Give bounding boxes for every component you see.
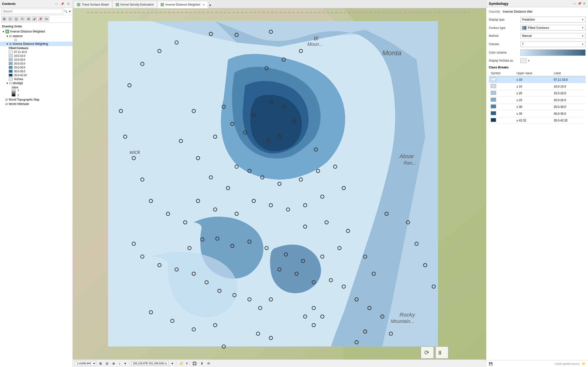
rotation-value: 0: [186, 362, 187, 365]
legend-swatch-2: [9, 58, 13, 61]
classes-dropdown[interactable]: 7 ▼: [520, 41, 586, 47]
svg-text:Ran...: Ran...: [404, 160, 416, 166]
contents-panel: Contents — 📌 ✕ 🔍 ▼ ⊞ ⬡ ◫ ✏ ⊟ 🖌 📌 ••• Dra…: [0, 0, 73, 367]
row-upper-3: ≤ 25: [514, 97, 552, 103]
search-dropdown-button[interactable]: ▼: [69, 10, 71, 13]
search-bar: 🔍 ▼: [0, 8, 73, 15]
topo-checkbox[interactable]: ☑: [5, 98, 8, 101]
class-row-6[interactable]: ≤ 42.32 35.0-42.32: [489, 117, 586, 124]
contour-type-icon: [522, 26, 526, 30]
filter-icon[interactable]: ◫: [14, 16, 19, 22]
tab-dropdown-button[interactable]: ▾: [208, 2, 212, 8]
layer-idoutlgd[interactable]: ▼ ☐ idoutlgd: [0, 81, 73, 85]
paint-icon[interactable]: 🖌: [32, 16, 37, 22]
scale-selector[interactable]: 1:4,849,443: [75, 361, 96, 366]
stations-checkbox[interactable]: ☑: [9, 35, 12, 38]
tab-idw[interactable]: Inverse Distance Weighted ✕: [157, 1, 208, 8]
map-canvas[interactable]: Monta Absar Ran... wick Bl Moun... Rocky…: [73, 8, 486, 359]
layer-idw[interactable]: ▼ ☑ Inverse Distance Weighting: [0, 42, 73, 46]
layer-world-hillshade[interactable]: ☑ World Hillshade: [0, 102, 73, 106]
legend-swatch-0: [9, 50, 13, 53]
map-tool-1[interactable]: ⊞: [98, 361, 103, 366]
display-type-dropdown[interactable]: Prediction ▼: [520, 17, 586, 23]
hillshade-checkbox[interactable]: ☑: [5, 102, 8, 106]
legend-item-3: 20.0-25.0: [0, 62, 73, 66]
sym-export-button[interactable]: 📁: [582, 362, 586, 366]
layer-stations[interactable]: ▼ ☑ stations: [0, 34, 73, 38]
gradient-top-val: 1: [17, 89, 19, 92]
classify-label: Classify:: [489, 10, 501, 13]
class-row-2[interactable]: ≤ 20 15.0-20.0: [489, 90, 586, 97]
tab-close-button[interactable]: ✕: [203, 3, 205, 6]
class-row-5[interactable]: ≤ 35 30.0-35.0: [489, 110, 586, 117]
class-row-3[interactable]: ≤ 25 20.0-25.0: [489, 97, 586, 103]
layer-group-label: Inverse Distance Weighted: [10, 30, 71, 33]
method-row: Method Manual ▼: [489, 33, 586, 39]
table-icon[interactable]: ⊟: [26, 16, 31, 22]
search-button[interactable]: 🔍: [64, 10, 68, 13]
layer-world-topo[interactable]: ☑ World Topographic Map: [0, 97, 73, 102]
map-visualization[interactable]: Monta Absar Ran... wick Bl Moun... Rocky…: [73, 8, 486, 359]
drawing-order-label: Drawing Order: [0, 24, 73, 29]
pause-icon[interactable]: ⏸: [199, 361, 205, 366]
tab-idw-icon: [161, 3, 164, 6]
search-input[interactable]: [1, 9, 63, 14]
class-breaks-table: Symbol Upper value Label ≤ 10 07.11-10.0…: [489, 71, 586, 124]
class-table-header: Symbol Upper value Label: [489, 71, 586, 76]
class-row-1[interactable]: ≤ 15 10.0-15.0: [489, 83, 586, 90]
refresh-icon[interactable]: ⟳: [206, 361, 211, 366]
rotation-icon[interactable]: 🧭: [178, 361, 184, 366]
tab-kernel-density[interactable]: Kernel Density Estimation: [112, 1, 157, 8]
row-label-5: 30.0-35.0: [552, 110, 586, 117]
nodata-picker[interactable]: ▼: [520, 58, 530, 63]
coord-dropdown[interactable]: ▾: [170, 361, 174, 366]
bookmark-icon[interactable]: 🔲: [192, 361, 197, 366]
row-symbol-6: [489, 117, 514, 124]
tab-trend-surface[interactable]: Trend Surface Model: [74, 1, 112, 8]
tab-bar: Trend Surface Model Kernel Density Estim…: [73, 0, 486, 8]
pin-layer-icon[interactable]: 📌: [38, 16, 43, 22]
class-row-0[interactable]: ≤ 10 07.11-10.0: [489, 76, 586, 83]
color-scheme-arrow: ▼: [582, 51, 584, 54]
symbology-title: Symbology: [489, 1, 508, 6]
gradient-legend: 1 1: [0, 89, 73, 97]
class-row-4[interactable]: ≤ 30 25.0-30.0: [489, 103, 586, 110]
legend-item-0: 07.11-10.0: [0, 50, 73, 54]
sym-pin-icon[interactable]: 📌: [578, 2, 581, 5]
symbology-footer: 💾 CSDN @WW forever 📁: [486, 360, 588, 367]
idoutlgd-checkbox[interactable]: ☐: [9, 82, 12, 85]
map-tool-4[interactable]: ↕: [118, 361, 121, 366]
cylinder-icon[interactable]: ⬡: [8, 16, 13, 22]
contents-header: Contents — 📌 ✕: [0, 0, 73, 8]
row-symbol-3: [489, 97, 514, 103]
legend-label-nodata: NoData: [14, 78, 23, 81]
sym-close-button[interactable]: ✕: [583, 2, 586, 5]
legend-label-0: 07.11-10.0: [14, 50, 27, 53]
method-dropdown[interactable]: Manual ▼: [520, 33, 586, 39]
layer-group-idw[interactable]: ▼ M Inverse Distance Weighted: [0, 29, 73, 34]
map-tool-3[interactable]: ⊕: [111, 361, 116, 366]
idw-checkbox[interactable]: ☑: [9, 42, 12, 46]
place-absaroka: Absar: [399, 153, 414, 159]
row-symbol-2: [489, 90, 514, 97]
map-tool-2[interactable]: ⊟: [105, 361, 109, 366]
close-button[interactable]: ✕: [66, 2, 71, 6]
display-type-arrow: ▼: [581, 18, 584, 21]
sym-pin-button[interactable]: —: [573, 2, 576, 5]
contents-title: Contents: [2, 2, 16, 6]
sym-save-button[interactable]: 💾: [489, 362, 493, 366]
separator-2: [176, 361, 176, 366]
panel-controls: — 📌 ✕: [54, 2, 71, 6]
swatch-0: [491, 77, 496, 81]
pin-icon[interactable]: 📌: [60, 2, 65, 6]
legend-item-4: 25.0-30.0: [0, 66, 73, 69]
color-scheme-picker[interactable]: ▼: [520, 50, 586, 56]
gradient-values: 1 1: [17, 89, 19, 96]
list-view-icon[interactable]: ⊞: [1, 16, 7, 22]
map-tool-dropdown[interactable]: ▾: [123, 361, 127, 366]
col-label: Label: [552, 71, 586, 76]
contour-type-dropdown[interactable]: Filled Contours ▼: [520, 25, 586, 31]
pin-button[interactable]: —: [54, 2, 59, 6]
edit-icon[interactable]: ✏: [20, 16, 25, 22]
more-icon[interactable]: •••: [44, 16, 49, 22]
